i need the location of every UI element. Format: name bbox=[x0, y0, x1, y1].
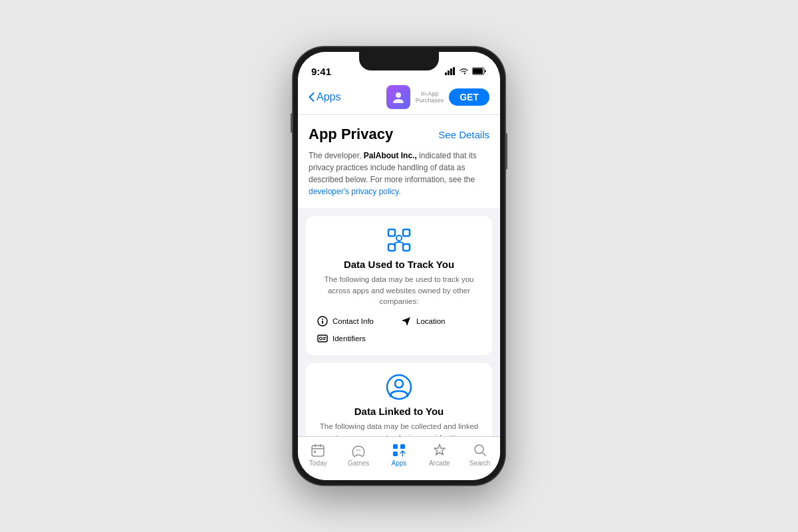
back-button[interactable]: Apps bbox=[309, 91, 340, 103]
get-button[interactable]: GET bbox=[449, 88, 489, 106]
svg-rect-35 bbox=[320, 444, 321, 447]
info-circle-icon bbox=[317, 315, 329, 327]
tab-games-label: Games bbox=[348, 460, 369, 467]
phone-screen: 9:41 bbox=[298, 52, 500, 480]
linked-card-description: The following data may be collected and … bbox=[317, 421, 481, 436]
svg-rect-5 bbox=[473, 68, 483, 74]
svg-rect-7 bbox=[388, 229, 395, 236]
svg-rect-33 bbox=[312, 448, 324, 450]
svg-rect-8 bbox=[403, 229, 410, 236]
page-title-row: App Privacy See Details bbox=[309, 126, 489, 143]
notch bbox=[359, 52, 439, 70]
svg-point-37 bbox=[356, 450, 358, 451]
svg-point-20 bbox=[395, 380, 403, 388]
privacy-policy-link[interactable]: developer's privacy policy bbox=[309, 187, 398, 196]
purchases-label: Purchases bbox=[416, 97, 444, 104]
nav-bar: Apps In-App Purchases GET bbox=[298, 81, 500, 115]
track-item-identifiers: Identifiers bbox=[317, 332, 398, 344]
privacy-description: The developer, PalAbout Inc., indicated … bbox=[309, 150, 489, 198]
track-icon-area bbox=[317, 227, 481, 253]
back-chevron-icon bbox=[309, 92, 315, 102]
tab-arcade[interactable]: Arcade bbox=[422, 442, 457, 467]
tab-bar: Today Games bbox=[298, 436, 500, 480]
svg-rect-39 bbox=[393, 444, 398, 449]
page-title: App Privacy bbox=[309, 126, 393, 143]
svg-rect-32 bbox=[312, 446, 324, 456]
svg-rect-0 bbox=[445, 72, 447, 75]
user-circle-icon bbox=[386, 374, 412, 400]
svg-rect-34 bbox=[315, 444, 316, 447]
status-icons bbox=[445, 67, 487, 75]
linked-card: Data Linked to You The following data ma… bbox=[306, 363, 492, 436]
track-location-label: Location bbox=[416, 317, 445, 325]
arcade-icon bbox=[432, 442, 448, 458]
signal-icon bbox=[445, 67, 456, 75]
tab-search-label: Search bbox=[469, 460, 491, 467]
status-bar: 9:41 bbox=[298, 52, 500, 81]
status-time: 9:41 bbox=[311, 66, 331, 77]
app-icon bbox=[386, 85, 410, 109]
track-identifiers-label: Identifiers bbox=[332, 334, 366, 342]
desc-end: . bbox=[398, 187, 400, 196]
tab-search[interactable]: Search bbox=[463, 442, 497, 467]
content-header: App Privacy See Details The developer, P… bbox=[298, 115, 500, 208]
track-you-card: Data Used to Track You The following dat… bbox=[306, 216, 492, 355]
svg-rect-41 bbox=[393, 452, 398, 456]
tab-arcade-label: Arcade bbox=[429, 460, 450, 467]
track-contact-label: Contact Info bbox=[332, 317, 374, 325]
svg-rect-13 bbox=[322, 321, 323, 324]
phone-frame: 9:41 bbox=[293, 47, 505, 485]
content-area: App Privacy See Details The developer, P… bbox=[298, 115, 500, 436]
svg-rect-17 bbox=[323, 337, 326, 338]
back-label: Apps bbox=[317, 91, 340, 103]
svg-rect-18 bbox=[323, 339, 325, 340]
tab-games[interactable]: Games bbox=[341, 442, 376, 467]
svg-rect-2 bbox=[450, 68, 452, 75]
app-header-area: In-App Purchases GET bbox=[386, 85, 489, 109]
linked-card-title: Data Linked to You bbox=[317, 406, 481, 417]
track-card-description: The following data may be used to track … bbox=[317, 274, 481, 307]
svg-rect-36 bbox=[314, 451, 316, 453]
tab-today-label: Today bbox=[309, 460, 327, 467]
desc-text-1: The developer, bbox=[309, 151, 364, 160]
see-details-link[interactable]: See Details bbox=[438, 129, 489, 140]
track-icon bbox=[386, 227, 412, 253]
track-item-location: Location bbox=[400, 315, 481, 327]
battery-icon bbox=[472, 67, 487, 75]
id-badge-icon bbox=[317, 332, 329, 344]
app-logo-icon bbox=[391, 90, 406, 104]
apps-icon bbox=[391, 442, 407, 458]
svg-rect-3 bbox=[453, 67, 455, 75]
svg-rect-40 bbox=[400, 444, 405, 449]
location-arrow-icon bbox=[400, 315, 412, 327]
wifi-icon bbox=[459, 67, 469, 75]
cards-area: Data Used to Track You The following dat… bbox=[298, 208, 500, 436]
developer-name: PalAbout Inc., bbox=[364, 151, 417, 160]
linked-icon-area bbox=[317, 374, 481, 400]
svg-point-11 bbox=[396, 235, 402, 241]
games-icon bbox=[350, 442, 366, 458]
svg-rect-1 bbox=[448, 70, 450, 75]
tab-apps-label: Apps bbox=[392, 460, 407, 467]
in-app-label: In-App bbox=[421, 90, 439, 97]
svg-point-38 bbox=[359, 450, 360, 451]
search-icon bbox=[472, 442, 488, 458]
track-items-grid: Contact Info Location bbox=[317, 315, 481, 344]
svg-point-6 bbox=[396, 92, 401, 98]
track-card-title: Data Used to Track You bbox=[317, 259, 481, 270]
svg-point-14 bbox=[322, 319, 323, 320]
app-purchase-info: In-App Purchases bbox=[416, 90, 444, 104]
svg-point-16 bbox=[320, 337, 323, 340]
tab-today[interactable]: Today bbox=[301, 442, 335, 467]
track-item-contact: Contact Info bbox=[317, 315, 398, 327]
tab-apps[interactable]: Apps bbox=[382, 442, 416, 467]
today-icon bbox=[310, 442, 326, 458]
